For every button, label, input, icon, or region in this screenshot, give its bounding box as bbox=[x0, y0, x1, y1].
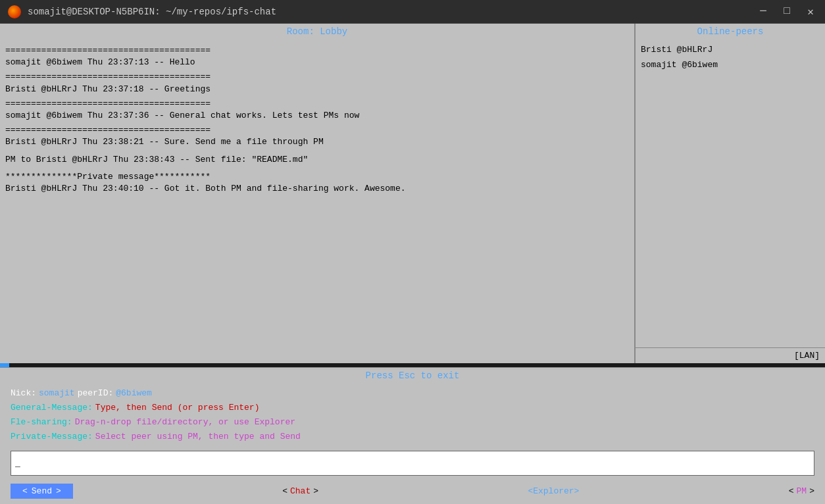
chat-messages: ========================================… bbox=[0, 39, 634, 363]
pm-left-arrow: < bbox=[789, 486, 794, 496]
chat-message-4: Bristi @bHLRrJ Thu 23:38:21 -- Sure. Sen… bbox=[5, 136, 629, 148]
chat-message-1: somajit @6biwem Thu 23:37:13 -- Hello bbox=[5, 57, 629, 68]
chat-label: Chat bbox=[290, 486, 311, 496]
chat-message-2: Bristi @bHLRrJ Thu 23:37:18 -- Greetings bbox=[5, 84, 629, 95]
pm-received: Bristi @bHLRrJ Thu 23:40:10 -- Got it. B… bbox=[5, 183, 629, 195]
peerid-value: @6biwem bbox=[116, 386, 152, 401]
general-label: General-Message: bbox=[11, 401, 93, 415]
general-value: Type, then Send (or press Enter) bbox=[95, 401, 260, 415]
pm-label: PM bbox=[797, 486, 807, 496]
chat-tab[interactable]: < Chat > bbox=[282, 486, 318, 496]
filesharing-value: Drag-n-drop file/directory, or use Explo… bbox=[75, 415, 295, 430]
info-section: Nick: somajit peerID: @6biwem General-Me… bbox=[0, 384, 825, 447]
chat-left-arrow: < bbox=[282, 486, 288, 496]
separator-4: ======================================== bbox=[5, 124, 629, 136]
titlebar-title: somajit@DESKTOP-N5BP6IN: ~/my-repos/ipfs… bbox=[28, 7, 757, 17]
maximize-button[interactable]: □ bbox=[780, 5, 793, 18]
explorer-label: <Explorer> bbox=[528, 486, 579, 496]
private-value: Select peer using PM, then type and Send bbox=[95, 430, 301, 444]
send-button[interactable]: < Send > bbox=[11, 484, 73, 499]
close-button[interactable]: ✕ bbox=[804, 5, 817, 18]
peer-item-2[interactable]: somajit @6biwem bbox=[641, 57, 820, 72]
separator-1: ======================================== bbox=[5, 45, 629, 57]
general-line: General-Message: Type, then Send (or pre… bbox=[11, 401, 814, 415]
nick-value: somajit bbox=[39, 386, 75, 401]
filesharing-label: Fle-sharing: bbox=[11, 415, 72, 430]
ubuntu-icon bbox=[8, 5, 21, 18]
nick-line: Nick: somajit peerID: @6biwem bbox=[11, 386, 814, 401]
main-content: Room: Lobby ============================… bbox=[0, 24, 825, 363]
send-left-arrow: < bbox=[22, 486, 28, 496]
pm-tab[interactable]: < PM > bbox=[789, 486, 814, 496]
peerid-label: peerID: bbox=[78, 386, 114, 401]
pm-right-arrow: > bbox=[809, 486, 814, 496]
private-line: Private-Message: Select peer using PM, t… bbox=[11, 430, 814, 444]
send-label: Send bbox=[32, 486, 52, 496]
sidebar: Online-peers Bristi @bHLRrJ somajit @6bi… bbox=[634, 24, 825, 363]
press-esc-bar: Press Esc to exit bbox=[0, 368, 825, 384]
chat-area: Room: Lobby ============================… bbox=[0, 24, 634, 363]
chat-input[interactable] bbox=[11, 451, 814, 476]
peers-list: Bristi @bHLRrJ somajit @6biwem bbox=[636, 39, 825, 347]
input-area bbox=[11, 451, 814, 476]
pm-stars: **************Private message*********** bbox=[5, 171, 629, 183]
bottom-panel: Press Esc to exit Nick: somajit peerID: … bbox=[0, 367, 825, 504]
explorer-tab[interactable]: <Explorer> bbox=[528, 486, 579, 496]
chat-message-3: somajit @6biwem Thu 23:37:36 -- General … bbox=[5, 110, 629, 122]
private-label: Private-Message: bbox=[11, 430, 93, 444]
chat-right-arrow: > bbox=[313, 486, 318, 496]
peer-item-1[interactable]: Bristi @bHLRrJ bbox=[641, 42, 820, 57]
peers-header: Online-peers bbox=[636, 24, 825, 39]
titlebar-controls: ─ □ ✕ bbox=[757, 5, 817, 18]
room-header: Room: Lobby bbox=[0, 24, 634, 39]
pm-sent: PM to Bristi @bHLRrJ Thu 23:38:43 -- Sen… bbox=[5, 154, 629, 166]
separator-3: ======================================== bbox=[5, 98, 629, 110]
send-right-arrow: > bbox=[56, 486, 61, 496]
titlebar: somajit@DESKTOP-N5BP6IN: ~/my-repos/ipfs… bbox=[0, 0, 825, 24]
filesharing-line: Fle-sharing: Drag-n-drop file/directory,… bbox=[11, 415, 814, 430]
nick-label: Nick: bbox=[11, 386, 36, 401]
lan-badge: [LAN] bbox=[636, 347, 825, 363]
toolbar: < Send > < Chat > <Explorer> < PM > bbox=[0, 480, 825, 504]
minimize-button[interactable]: ─ bbox=[757, 5, 770, 18]
separator-2: ======================================== bbox=[5, 71, 629, 83]
